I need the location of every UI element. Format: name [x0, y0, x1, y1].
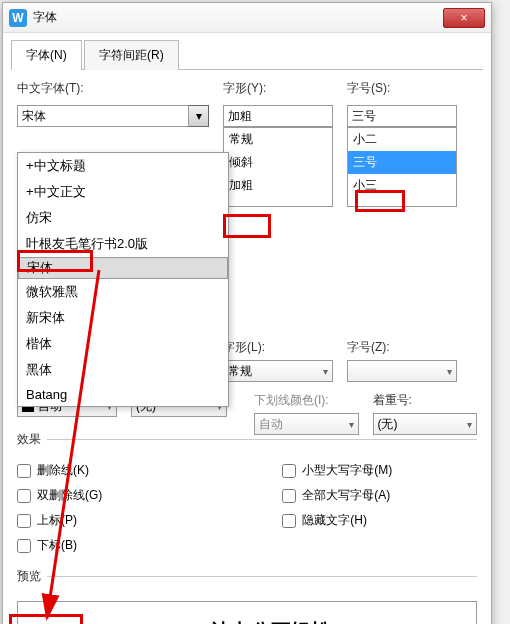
size-option[interactable]: 三号: [348, 151, 456, 174]
font-option[interactable]: +中文标题: [18, 153, 228, 179]
font-option[interactable]: 楷体: [18, 331, 228, 357]
label-size2: 字号(Z):: [347, 339, 457, 356]
tab-bar: 字体(N) 字符间距(R): [11, 39, 483, 70]
label-style2: 字形(L):: [223, 339, 333, 356]
annotation-box: [223, 214, 271, 238]
style-listbox[interactable]: 常规 倾斜 加粗: [223, 127, 333, 207]
size-option[interactable]: 小三: [348, 174, 456, 197]
tab-font[interactable]: 字体(N): [11, 40, 82, 70]
font-option[interactable]: 微软雅黑: [18, 279, 228, 305]
checkbox-allcaps[interactable]: 全部大写字母(A): [282, 487, 392, 504]
style2-select[interactable]: 常规▾: [223, 360, 333, 382]
font-option[interactable]: +中文正文: [18, 179, 228, 205]
font-option[interactable]: 叶根友毛笔行书2.0版: [18, 231, 228, 257]
style-input[interactable]: [223, 105, 333, 127]
chevron-down-icon: ▾: [323, 366, 328, 377]
style-option[interactable]: 倾斜: [224, 151, 332, 174]
emphasis-select[interactable]: (无)▾: [373, 413, 478, 435]
checkbox-superscript[interactable]: 上标(P): [17, 512, 102, 529]
size2-select[interactable]: ▾: [347, 360, 457, 382]
font-option[interactable]: 新宋体: [18, 305, 228, 331]
size-option[interactable]: 小二: [348, 128, 456, 151]
chinese-font-dropdown[interactable]: +中文标题 +中文正文 仿宋 叶根友毛笔行书2.0版 宋体 微软雅黑 新宋体 楷…: [17, 152, 229, 407]
checkbox-subscript[interactable]: 下标(B): [17, 537, 102, 554]
label-size: 字号(S):: [347, 80, 457, 97]
size-input[interactable]: [347, 105, 457, 127]
style-option[interactable]: 常规: [224, 128, 332, 151]
window-title: 字体: [33, 9, 443, 26]
label-underline-color: 下划线颜色(I):: [254, 392, 359, 409]
label-chinese-font: 中文字体(T):: [17, 80, 209, 97]
font-option[interactable]: Batang: [18, 383, 228, 406]
label-style: 字形(Y):: [223, 80, 333, 97]
preview-legend: 预览: [17, 568, 47, 585]
app-logo: W: [9, 9, 27, 27]
chevron-down-icon: ▾: [349, 419, 354, 430]
chevron-down-icon: ▾: [467, 419, 472, 430]
font-option[interactable]: 黑体: [18, 357, 228, 383]
checkbox-hidden[interactable]: 隐藏文字(H): [282, 512, 392, 529]
label-emphasis: 着重号:: [373, 392, 478, 409]
tab-spacing[interactable]: 字符间距(R): [84, 40, 179, 70]
font-option[interactable]: 仿宋: [18, 205, 228, 231]
chevron-down-icon: ▾: [447, 366, 452, 377]
chinese-font-input[interactable]: [17, 105, 189, 127]
checkbox-double-strike[interactable]: 双删除线(G): [17, 487, 102, 504]
preview-box: WPS 让办公更轻松: [17, 601, 477, 624]
style-option[interactable]: 加粗: [224, 174, 332, 197]
size-listbox[interactable]: 小二 三号 小三: [347, 127, 457, 207]
chinese-font-dropdown-arrow[interactable]: ▾: [189, 105, 209, 127]
checkbox-smallcaps[interactable]: 小型大写字母(M): [282, 462, 392, 479]
checkbox-strikethrough[interactable]: 删除线(K): [17, 462, 102, 479]
font-option[interactable]: 宋体: [18, 257, 228, 279]
underline-color-select[interactable]: 自动▾: [254, 413, 359, 435]
close-button[interactable]: ×: [443, 8, 485, 28]
